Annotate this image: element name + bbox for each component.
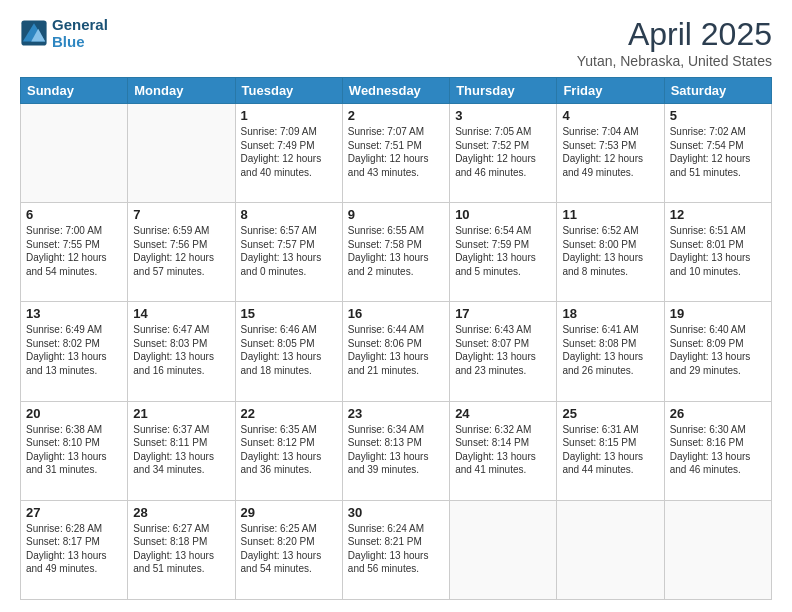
day-number: 23	[348, 406, 444, 421]
day-info: Sunrise: 6:30 AM Sunset: 8:16 PM Dayligh…	[670, 423, 766, 477]
day-number: 15	[241, 306, 337, 321]
calendar-cell: 26Sunrise: 6:30 AM Sunset: 8:16 PM Dayli…	[664, 401, 771, 500]
day-number: 19	[670, 306, 766, 321]
calendar-cell: 15Sunrise: 6:46 AM Sunset: 8:05 PM Dayli…	[235, 302, 342, 401]
calendar-cell: 6Sunrise: 7:00 AM Sunset: 7:55 PM Daylig…	[21, 203, 128, 302]
day-number: 11	[562, 207, 658, 222]
calendar-cell: 17Sunrise: 6:43 AM Sunset: 8:07 PM Dayli…	[450, 302, 557, 401]
calendar-cell: 3Sunrise: 7:05 AM Sunset: 7:52 PM Daylig…	[450, 104, 557, 203]
day-number: 26	[670, 406, 766, 421]
day-info: Sunrise: 6:34 AM Sunset: 8:13 PM Dayligh…	[348, 423, 444, 477]
day-number: 21	[133, 406, 229, 421]
calendar-cell: 25Sunrise: 6:31 AM Sunset: 8:15 PM Dayli…	[557, 401, 664, 500]
day-info: Sunrise: 6:40 AM Sunset: 8:09 PM Dayligh…	[670, 323, 766, 377]
day-number: 2	[348, 108, 444, 123]
day-number: 5	[670, 108, 766, 123]
weekday-header-row: SundayMondayTuesdayWednesdayThursdayFrid…	[21, 78, 772, 104]
day-number: 1	[241, 108, 337, 123]
week-row-2: 13Sunrise: 6:49 AM Sunset: 8:02 PM Dayli…	[21, 302, 772, 401]
logo-icon	[20, 19, 48, 47]
calendar-cell: 13Sunrise: 6:49 AM Sunset: 8:02 PM Dayli…	[21, 302, 128, 401]
calendar-cell: 16Sunrise: 6:44 AM Sunset: 8:06 PM Dayli…	[342, 302, 449, 401]
calendar-cell: 11Sunrise: 6:52 AM Sunset: 8:00 PM Dayli…	[557, 203, 664, 302]
calendar-cell: 19Sunrise: 6:40 AM Sunset: 8:09 PM Dayli…	[664, 302, 771, 401]
day-info: Sunrise: 7:00 AM Sunset: 7:55 PM Dayligh…	[26, 224, 122, 278]
day-number: 12	[670, 207, 766, 222]
day-number: 18	[562, 306, 658, 321]
calendar-cell	[21, 104, 128, 203]
week-row-1: 6Sunrise: 7:00 AM Sunset: 7:55 PM Daylig…	[21, 203, 772, 302]
calendar-table: SundayMondayTuesdayWednesdayThursdayFrid…	[20, 77, 772, 600]
day-number: 7	[133, 207, 229, 222]
day-info: Sunrise: 6:37 AM Sunset: 8:11 PM Dayligh…	[133, 423, 229, 477]
week-row-4: 27Sunrise: 6:28 AM Sunset: 8:17 PM Dayli…	[21, 500, 772, 599]
calendar-cell	[664, 500, 771, 599]
day-number: 14	[133, 306, 229, 321]
day-number: 25	[562, 406, 658, 421]
calendar-cell: 22Sunrise: 6:35 AM Sunset: 8:12 PM Dayli…	[235, 401, 342, 500]
calendar-cell: 9Sunrise: 6:55 AM Sunset: 7:58 PM Daylig…	[342, 203, 449, 302]
weekday-header-thursday: Thursday	[450, 78, 557, 104]
calendar-cell: 30Sunrise: 6:24 AM Sunset: 8:21 PM Dayli…	[342, 500, 449, 599]
calendar-cell: 23Sunrise: 6:34 AM Sunset: 8:13 PM Dayli…	[342, 401, 449, 500]
calendar-cell	[450, 500, 557, 599]
calendar-cell	[557, 500, 664, 599]
day-number: 22	[241, 406, 337, 421]
calendar-cell: 4Sunrise: 7:04 AM Sunset: 7:53 PM Daylig…	[557, 104, 664, 203]
location: Yutan, Nebraska, United States	[577, 53, 772, 69]
day-number: 4	[562, 108, 658, 123]
day-number: 29	[241, 505, 337, 520]
logo-text: General Blue	[52, 16, 108, 51]
day-info: Sunrise: 6:54 AM Sunset: 7:59 PM Dayligh…	[455, 224, 551, 278]
header: General Blue April 2025 Yutan, Nebraska,…	[20, 16, 772, 69]
day-info: Sunrise: 7:02 AM Sunset: 7:54 PM Dayligh…	[670, 125, 766, 179]
day-number: 17	[455, 306, 551, 321]
calendar-cell: 29Sunrise: 6:25 AM Sunset: 8:20 PM Dayli…	[235, 500, 342, 599]
day-info: Sunrise: 6:46 AM Sunset: 8:05 PM Dayligh…	[241, 323, 337, 377]
day-info: Sunrise: 6:28 AM Sunset: 8:17 PM Dayligh…	[26, 522, 122, 576]
day-number: 30	[348, 505, 444, 520]
month-title: April 2025	[577, 16, 772, 53]
day-info: Sunrise: 7:04 AM Sunset: 7:53 PM Dayligh…	[562, 125, 658, 179]
day-number: 24	[455, 406, 551, 421]
day-number: 16	[348, 306, 444, 321]
calendar-cell: 1Sunrise: 7:09 AM Sunset: 7:49 PM Daylig…	[235, 104, 342, 203]
day-info: Sunrise: 6:51 AM Sunset: 8:01 PM Dayligh…	[670, 224, 766, 278]
weekday-header-tuesday: Tuesday	[235, 78, 342, 104]
day-info: Sunrise: 6:32 AM Sunset: 8:14 PM Dayligh…	[455, 423, 551, 477]
calendar-cell: 24Sunrise: 6:32 AM Sunset: 8:14 PM Dayli…	[450, 401, 557, 500]
day-number: 20	[26, 406, 122, 421]
calendar-cell: 18Sunrise: 6:41 AM Sunset: 8:08 PM Dayli…	[557, 302, 664, 401]
logo: General Blue	[20, 16, 108, 51]
day-info: Sunrise: 6:25 AM Sunset: 8:20 PM Dayligh…	[241, 522, 337, 576]
title-block: April 2025 Yutan, Nebraska, United State…	[577, 16, 772, 69]
day-info: Sunrise: 7:05 AM Sunset: 7:52 PM Dayligh…	[455, 125, 551, 179]
calendar-cell: 14Sunrise: 6:47 AM Sunset: 8:03 PM Dayli…	[128, 302, 235, 401]
day-number: 28	[133, 505, 229, 520]
day-info: Sunrise: 6:44 AM Sunset: 8:06 PM Dayligh…	[348, 323, 444, 377]
day-number: 10	[455, 207, 551, 222]
day-number: 13	[26, 306, 122, 321]
day-info: Sunrise: 6:52 AM Sunset: 8:00 PM Dayligh…	[562, 224, 658, 278]
calendar-cell: 2Sunrise: 7:07 AM Sunset: 7:51 PM Daylig…	[342, 104, 449, 203]
weekday-header-saturday: Saturday	[664, 78, 771, 104]
calendar-cell: 27Sunrise: 6:28 AM Sunset: 8:17 PM Dayli…	[21, 500, 128, 599]
day-info: Sunrise: 6:38 AM Sunset: 8:10 PM Dayligh…	[26, 423, 122, 477]
day-info: Sunrise: 6:59 AM Sunset: 7:56 PM Dayligh…	[133, 224, 229, 278]
day-number: 8	[241, 207, 337, 222]
week-row-3: 20Sunrise: 6:38 AM Sunset: 8:10 PM Dayli…	[21, 401, 772, 500]
calendar-cell: 20Sunrise: 6:38 AM Sunset: 8:10 PM Dayli…	[21, 401, 128, 500]
week-row-0: 1Sunrise: 7:09 AM Sunset: 7:49 PM Daylig…	[21, 104, 772, 203]
day-info: Sunrise: 6:55 AM Sunset: 7:58 PM Dayligh…	[348, 224, 444, 278]
weekday-header-wednesday: Wednesday	[342, 78, 449, 104]
day-info: Sunrise: 7:07 AM Sunset: 7:51 PM Dayligh…	[348, 125, 444, 179]
page: General Blue April 2025 Yutan, Nebraska,…	[0, 0, 792, 612]
day-info: Sunrise: 7:09 AM Sunset: 7:49 PM Dayligh…	[241, 125, 337, 179]
day-info: Sunrise: 6:41 AM Sunset: 8:08 PM Dayligh…	[562, 323, 658, 377]
day-number: 27	[26, 505, 122, 520]
calendar-cell	[128, 104, 235, 203]
day-info: Sunrise: 6:27 AM Sunset: 8:18 PM Dayligh…	[133, 522, 229, 576]
calendar-cell: 8Sunrise: 6:57 AM Sunset: 7:57 PM Daylig…	[235, 203, 342, 302]
day-info: Sunrise: 6:43 AM Sunset: 8:07 PM Dayligh…	[455, 323, 551, 377]
day-info: Sunrise: 6:24 AM Sunset: 8:21 PM Dayligh…	[348, 522, 444, 576]
